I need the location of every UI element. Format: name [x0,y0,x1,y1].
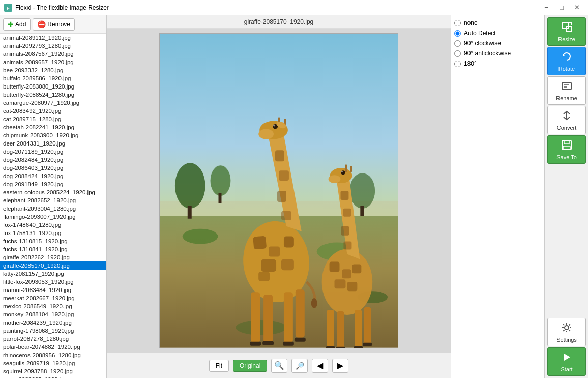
zoom-out-button[interactable]: 🔎 [291,359,308,373]
zoom-in-button[interactable]: 🔍 [271,359,287,373]
file-list-item[interactable]: dog-2086403_1920.jpg [0,164,106,172]
file-list-item[interactable]: buffalo-2089586_1920.jpg [0,74,106,82]
radio-90cw[interactable]: 90° clockwise [454,40,541,47]
file-list-item[interactable]: fox-1748640_1280.jpg [0,221,106,229]
file-list-item[interactable]: elephant-2082652_1920.jpg [0,196,106,205]
svg-rect-50 [340,191,348,200]
file-list-item[interactable]: animal-2089112_1920.jpg [0,34,106,42]
file-list-item[interactable]: painting-1798068_1920.jpg [0,327,106,335]
remove-label: Remove [47,21,70,28]
file-list-item[interactable]: butterfly-2083080_1920.jpg [0,82,106,91]
file-list-item[interactable]: fox-1758131_1920.jpg [0,229,106,237]
file-toolbar: ✚ Add ⛔ Remove [0,15,106,34]
start-button[interactable]: Start [547,347,586,376]
svg-rect-17 [269,247,280,257]
next-button[interactable]: ▶ [332,359,348,373]
svg-rect-63 [364,307,371,344]
file-list-item[interactable]: fuchs-1310815_1920.jpg [0,237,106,245]
file-list-item[interactable]: cheetah-2082241_1920.jpg [0,123,106,131]
titlebar: F Flexxi - The flexible Image Resizer − … [0,0,588,15]
file-list-item[interactable]: rhinoceros-2088956_1280.jpg [0,351,106,359]
center-panel: giraffe-2085170_1920.jpg [107,15,451,378]
add-label: Add [15,21,26,28]
file-list-item[interactable]: butterfly-2088524_1280.jpg [0,91,106,99]
file-list-item[interactable]: bee-2093332_1280.jpg [0,66,106,74]
svg-point-7 [211,165,231,196]
file-list-item[interactable]: elephant-2093004_1280.jpg [0,205,106,213]
file-list-item[interactable]: animals-2089657_1920.jpg [0,58,106,66]
svg-rect-23 [275,150,284,161]
svg-rect-38 [250,342,261,346]
file-list-item[interactable]: seagulls-2089719_1920.jpg [0,359,106,367]
file-list-item[interactable]: camargue-2080977_1920.jpg [0,99,106,107]
rename-button[interactable]: Rename [547,76,586,105]
file-list-item[interactable]: deer-2084331_1920.jpg [0,139,106,148]
radio-none[interactable]: none [454,19,541,26]
minimize-button[interactable]: − [539,2,553,13]
file-list: animal-2089112_1920.jpganimal-2092793_12… [0,34,106,378]
file-list-item[interactable]: fuchs-1310841_1920.jpg [0,245,106,253]
add-button[interactable]: ✚ Add [3,18,31,31]
save-to-button[interactable]: Save To [547,135,586,164]
bottom-toolbar: Fit Original 🔍 🔎 ◀ ▶ [107,353,451,378]
convert-button[interactable]: Convert [547,106,586,134]
svg-rect-53 [343,242,351,250]
svg-rect-48 [347,282,357,291]
file-list-item[interactable]: little-fox-2093053_1920.jpg [0,278,106,286]
file-list-item[interactable]: kitty-2081157_1920.jpg [0,270,106,278]
radio-180[interactable]: 180° [454,60,541,67]
svg-rect-44 [330,261,340,272]
options-panel: none Auto Detect 90° clockwise 90° antic… [451,15,545,378]
file-list-item[interactable]: dog-2091849_1920.jpg [0,180,106,188]
original-button[interactable]: Original [233,360,267,372]
file-list-item[interactable]: parrot-2087278_1280.jpg [0,335,106,343]
file-list-item[interactable]: animals-2087567_1920.jpg [0,50,106,58]
rotate-label: Rotate [558,66,575,72]
file-list-item[interactable]: cat-2083492_1920.jpg [0,107,106,115]
radio-90ccw[interactable]: 90° anticlockwise [454,50,541,57]
remove-button[interactable]: ⛔ Remove [33,18,75,31]
resize-button[interactable]: Resize [547,17,586,46]
svg-rect-8 [219,193,222,203]
svg-rect-26 [281,211,291,220]
file-list-item[interactable]: flamingo-2093007_1920.jpg [0,213,106,221]
file-list-item[interactable]: mexico-2086549_1920.jpg [0,302,106,310]
file-list-item[interactable]: chipmunk-2083900_1920.jpg [0,131,106,139]
rotate-icon [561,51,572,65]
file-list-item[interactable]: giraffe-2082262_1920.jpg [0,253,106,261]
maximize-button[interactable]: □ [554,2,569,13]
file-list-item[interactable]: animal-2092793_1280.jpg [0,42,106,50]
file-list-item[interactable]: monkey-2088104_1920.jpg [0,310,106,318]
file-list-item[interactable]: giraffe-2085170_1920.jpg [0,261,106,270]
file-list-item[interactable]: mamut-2083484_1920.jpg [0,286,106,294]
file-list-item[interactable]: polar-bear-2074882_1920.jpg [0,343,106,351]
file-list-item[interactable]: dog-2082484_1920.jpg [0,156,106,164]
file-list-item[interactable]: swan-2083625_1920.jpg [0,375,106,378]
close-button[interactable]: ✕ [570,2,584,13]
svg-rect-35 [263,295,273,343]
fit-button[interactable]: Fit [209,360,229,372]
file-list-item[interactable]: eastern-colobus-2085224_1920.jpg [0,188,106,196]
file-list-item[interactable]: cat-2089715_1280.jpg [0,115,106,123]
file-list-item[interactable]: meerkat-2082667_1920.jpg [0,294,106,302]
svg-rect-40 [283,342,294,346]
rotate-button[interactable]: Rotate [547,47,586,75]
file-list-item[interactable]: squirrel-2093788_1920.jpg [0,367,106,375]
titlebar-left: F Flexxi - The flexible Image Resizer [4,4,109,12]
svg-rect-25 [277,191,286,202]
prev-button[interactable]: ◀ [312,359,328,373]
main-area: ✚ Add ⛔ Remove animal-2089112_1920.jpgan… [0,15,588,378]
file-list-item[interactable]: mother-2084239_1920.jpg [0,318,106,327]
file-list-item[interactable]: dog-2071189_1920.jpg [0,148,106,156]
start-label: Start [561,366,572,372]
settings-button[interactable]: Settings [547,318,586,346]
radio-auto-detect[interactable]: Auto Detect [454,30,541,37]
giraffe-image [159,33,398,348]
svg-point-30 [273,125,275,127]
file-list-item[interactable]: dog-2088424_1920.jpg [0,172,106,180]
svg-rect-78 [564,140,569,144]
image-view [107,29,451,353]
file-list-container[interactable]: animal-2089112_1920.jpganimal-2092793_12… [0,34,106,378]
remove-icon: ⛔ [37,20,46,28]
image-title: giraffe-2085170_1920.jpg [107,15,451,29]
